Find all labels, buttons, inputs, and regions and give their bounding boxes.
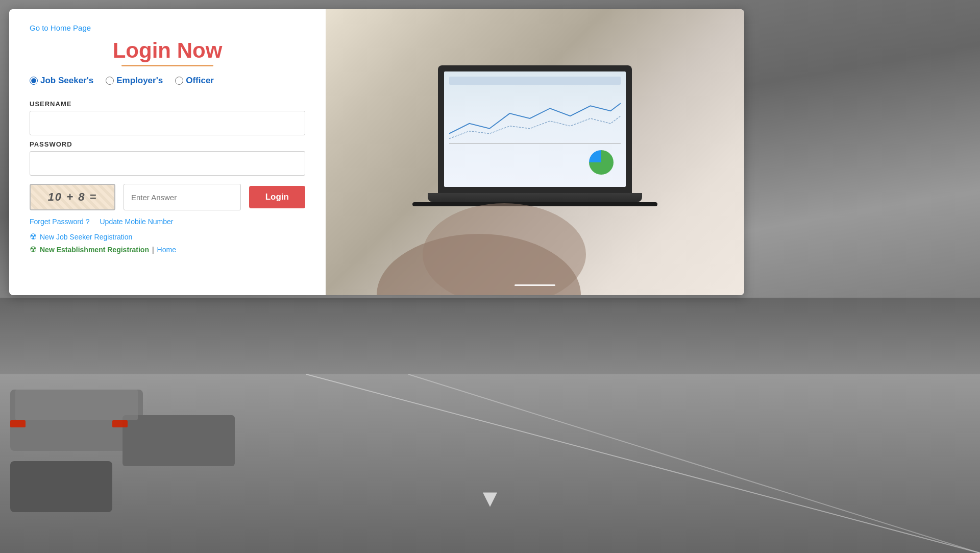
new-establishment-link[interactable]: New Establishment Registration — [40, 246, 149, 254]
login-button[interactable]: Login — [249, 186, 305, 208]
radio-officer-label: Officer — [186, 76, 214, 86]
left-panel: Go to Home Page Login Now Job Seeker's E… — [9, 9, 326, 295]
radio-officer[interactable]: Officer — [175, 76, 214, 86]
password-input[interactable] — [30, 151, 305, 176]
person-arm-overlay — [326, 9, 744, 295]
user-type-radio-group: Job Seeker's Employer's Officer — [30, 76, 305, 86]
password-label: PASSWORD — [30, 140, 305, 148]
svg-point-13 — [423, 203, 586, 295]
forget-password-link[interactable]: Forget Password ? — [30, 218, 90, 226]
svg-rect-2 — [0, 298, 980, 374]
right-panel-image — [326, 9, 744, 295]
radio-employer[interactable]: Employer's — [106, 76, 163, 86]
scroll-down-arrow: ▼ — [478, 484, 502, 512]
svg-rect-6 — [10, 461, 112, 512]
registration-links: ☢ New Job Seeker Registration ☢ New Esta… — [30, 232, 305, 254]
captcha-box: 10 + 8 = — [30, 184, 115, 210]
captcha-input[interactable] — [124, 184, 241, 210]
radio-jobseeker[interactable]: Job Seeker's — [30, 76, 93, 86]
jobseeker-reg-icon: ☢ — [30, 232, 37, 242]
radio-jobseeker-label: Job Seeker's — [40, 76, 93, 86]
slide-indicator — [514, 284, 555, 286]
establishment-reg-icon: ☢ — [30, 245, 37, 254]
new-jobseeker-link[interactable]: New Job Seeker Registration — [40, 233, 132, 241]
captcha-row: 10 + 8 = Login — [30, 184, 305, 210]
new-jobseeker-row: ☢ New Job Seeker Registration — [30, 232, 305, 242]
svg-rect-7 — [122, 415, 235, 466]
svg-rect-10 — [112, 420, 128, 427]
login-title: Login Now — [30, 38, 305, 63]
go-home-link[interactable]: Go to Home Page — [30, 23, 305, 32]
radio-jobseeker-input[interactable] — [30, 77, 38, 85]
parking-lot-image — [0, 298, 980, 553]
home-link[interactable]: Home — [157, 246, 176, 254]
svg-rect-8 — [15, 390, 138, 420]
main-card: Go to Home Page Login Now Job Seeker's E… — [9, 9, 744, 295]
links-row: Forget Password ? Update Mobile Number — [30, 218, 305, 226]
pipe-separator: | — [152, 246, 154, 254]
radio-employer-input[interactable] — [106, 77, 114, 85]
svg-rect-9 — [10, 420, 26, 427]
new-establishment-row: ☢ New Establishment Registration | Home — [30, 245, 305, 254]
title-underline — [121, 65, 213, 66]
update-mobile-link[interactable]: Update Mobile Number — [100, 218, 174, 226]
username-input[interactable] — [30, 111, 305, 135]
radio-employer-label: Employer's — [116, 76, 163, 86]
radio-officer-input[interactable] — [175, 77, 183, 85]
username-label: USERNAME — [30, 100, 305, 108]
